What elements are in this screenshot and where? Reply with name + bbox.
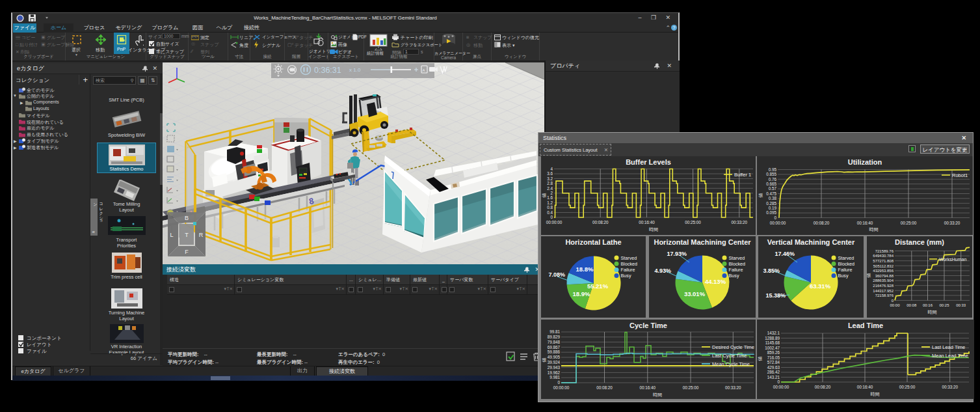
svg-text:Blocked: Blocked xyxy=(729,261,746,267)
svg-text:00:16:40: 00:16:40 xyxy=(639,220,655,225)
svg-text:T: T xyxy=(185,232,189,238)
svg-text:Failure: Failure xyxy=(838,267,853,273)
svg-text:Robot1: Robot1 xyxy=(952,172,968,178)
svg-text:572.84: 572.84 xyxy=(767,360,780,364)
svg-text:A: A xyxy=(423,68,425,72)
svg-text:0.4: 0.4 xyxy=(547,210,553,215)
svg-text:Horizontal Lathe: Horizontal Lathe xyxy=(565,238,621,246)
svg-text:0.76: 0.76 xyxy=(769,177,777,182)
svg-text:0: 0 xyxy=(774,215,776,220)
svg-text:Busy: Busy xyxy=(838,273,849,279)
svg-text:00:33: 00:33 xyxy=(956,303,966,307)
svg-text:505112.832: 505112.832 xyxy=(873,264,894,268)
svg-text:716.05: 716.05 xyxy=(767,355,780,360)
svg-text:Last Cycle Time: Last Cycle Time xyxy=(712,353,747,359)
svg-text:R: R xyxy=(199,232,204,238)
svg-text:Blocked: Blocked xyxy=(838,261,855,267)
svg-text:0.475: 0.475 xyxy=(766,191,776,196)
svg-text:00:08:20: 00:08:20 xyxy=(592,220,609,225)
svg-text:00:25:00: 00:25:00 xyxy=(899,385,916,389)
svg-text:00:00:00: 00:00:00 xyxy=(546,220,563,225)
svg-text:Busy: Busy xyxy=(729,273,739,279)
svg-text:44.13%: 44.13% xyxy=(705,278,726,285)
svg-text:216476.928: 216476.928 xyxy=(873,284,894,288)
svg-text:9.981: 9.981 xyxy=(550,375,560,379)
svg-text:Vertical Machining Center: Vertical Machining Center xyxy=(767,238,855,246)
svg-text:00:33:20: 00:33:20 xyxy=(942,385,958,389)
svg-text:144317.952: 144317.952 xyxy=(873,289,894,293)
svg-text:17.46%: 17.46% xyxy=(775,251,795,257)
svg-text:99.81: 99.81 xyxy=(550,329,560,334)
svg-text:29.943: 29.943 xyxy=(548,365,561,370)
svg-text:00:16:40: 00:16:40 xyxy=(640,385,656,390)
svg-text:0:36:31: 0:36:31 xyxy=(314,66,341,75)
svg-text:Failure: Failure xyxy=(621,267,635,273)
svg-text:00:00:00: 00:00:00 xyxy=(773,385,789,389)
svg-text:17.93%: 17.93% xyxy=(667,251,687,257)
svg-text:値: 値 xyxy=(758,357,762,361)
svg-text:00:00:00: 00:00:00 xyxy=(770,221,786,225)
svg-text:1.2: 1.2 xyxy=(547,200,553,205)
svg-text:18.8%: 18.8% xyxy=(576,266,594,273)
svg-text:0.855: 0.855 xyxy=(766,172,776,176)
svg-text:1288.89: 1288.89 xyxy=(765,336,780,340)
svg-text:Last Lead Time: Last Lead Time xyxy=(932,344,965,350)
svg-text:Buffer Levels: Buffer Levels xyxy=(626,158,671,166)
svg-text:00:00:00: 00:00:00 xyxy=(553,385,570,390)
svg-text:1145.68: 1145.68 xyxy=(765,340,780,345)
svg-text:時間: 時間 xyxy=(649,227,658,232)
svg-text:00:08:20: 00:08:20 xyxy=(815,385,831,389)
svg-text:Starved: Starved xyxy=(729,255,745,261)
svg-text:00:33:20: 00:33:20 xyxy=(732,220,748,225)
svg-text:値: 値 xyxy=(867,273,871,278)
svg-text:00:00: 00:00 xyxy=(890,303,900,307)
svg-text:0.095: 0.095 xyxy=(766,210,776,215)
svg-text:0.38: 0.38 xyxy=(769,196,777,200)
svg-text:63.31%: 63.31% xyxy=(810,282,831,290)
svg-text:Utilization: Utilization xyxy=(848,158,882,166)
svg-text:0: 0 xyxy=(557,380,560,385)
svg-text:1002.47: 1002.47 xyxy=(765,346,780,350)
svg-text:18.9%: 18.9% xyxy=(573,290,590,297)
svg-text:3.6: 3.6 xyxy=(547,171,553,176)
svg-text:00:08: 00:08 xyxy=(907,303,917,307)
svg-text:時間: 時間 xyxy=(653,392,662,398)
svg-text:1432.1: 1432.1 xyxy=(767,331,780,335)
svg-text:00:16: 00:16 xyxy=(923,303,933,307)
svg-text:0: 0 xyxy=(550,215,553,219)
svg-text:4.93%: 4.93% xyxy=(654,268,671,274)
svg-text:x 1.0: x 1.0 xyxy=(349,67,361,73)
svg-text:1.6: 1.6 xyxy=(547,195,553,200)
svg-text:Buffer 1: Buffer 1 xyxy=(734,172,751,178)
svg-text:79.848: 79.848 xyxy=(548,340,561,344)
svg-text:288635.904: 288635.904 xyxy=(873,279,894,282)
svg-text:2.4: 2.4 xyxy=(547,186,553,191)
svg-text:49.905: 49.905 xyxy=(548,355,561,359)
svg-text:0.8: 0.8 xyxy=(547,205,553,210)
svg-text:0: 0 xyxy=(777,379,780,384)
svg-text:Mean Cycle Time: Mean Cycle Time xyxy=(712,361,750,367)
svg-text:143.21: 143.21 xyxy=(767,375,780,379)
svg-text:L: L xyxy=(170,232,173,238)
svg-text:00:25:00: 00:25:00 xyxy=(901,221,917,225)
svg-text:Lead Time: Lead Time xyxy=(848,322,883,329)
svg-text:値: 値 xyxy=(542,358,546,363)
svg-text:00:16:40: 00:16:40 xyxy=(857,221,873,225)
svg-text:時間: 時間 xyxy=(871,392,880,397)
svg-text:0.95: 0.95 xyxy=(769,167,777,172)
svg-text:33.01%: 33.01% xyxy=(684,290,706,297)
svg-text:3.2: 3.2 xyxy=(547,176,553,181)
svg-text:値: 値 xyxy=(758,193,763,198)
svg-text:時間: 時間 xyxy=(869,227,879,232)
svg-text:Distance (mm): Distance (mm) xyxy=(895,238,944,246)
svg-text:286.42: 286.42 xyxy=(767,370,780,374)
svg-text:39.924: 39.924 xyxy=(548,360,561,364)
svg-text:2: 2 xyxy=(550,191,553,195)
svg-text:19.962: 19.962 xyxy=(548,370,561,375)
svg-text:時間: 時間 xyxy=(928,310,937,315)
svg-text:72158.976: 72158.976 xyxy=(875,294,894,297)
svg-text:0.19: 0.19 xyxy=(769,206,777,210)
svg-text:89.829: 89.829 xyxy=(548,335,561,339)
svg-text:55.21%: 55.21% xyxy=(587,282,609,290)
svg-text:00:25:00: 00:25:00 xyxy=(683,385,699,390)
